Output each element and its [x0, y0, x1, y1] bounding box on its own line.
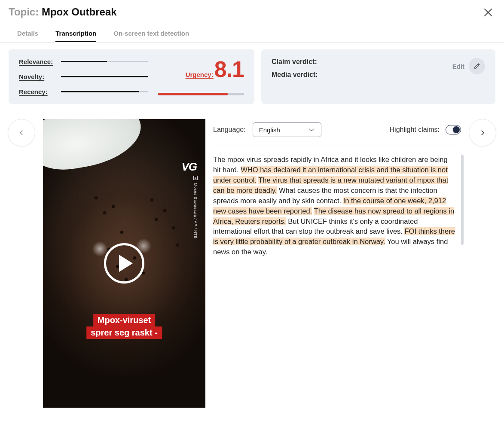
- metrics-panel: Relevance: Novelty: Recency: Urgency: 8.…: [9, 49, 254, 104]
- recency-label: Recency:: [19, 88, 53, 95]
- chevron-right-icon: [479, 129, 486, 137]
- metric-relevance: Relevance:: [19, 58, 148, 65]
- metric-recency: Recency:: [19, 88, 148, 95]
- claim-verdict-label: Claim verdict:: [272, 58, 318, 66]
- chevron-left-icon: [18, 129, 25, 137]
- close-button[interactable]: [481, 5, 495, 21]
- novelty-bar: [61, 76, 148, 77]
- video-caption: Mpox-viruset sprer seg raskt -: [86, 314, 162, 339]
- page-title: Topic: Mpox Outbreak: [9, 6, 117, 18]
- camera-icon: [193, 176, 198, 180]
- tabs: Details Transcription On-screen text det…: [0, 21, 504, 43]
- topic-name: Mpox Outbreak: [42, 6, 117, 18]
- tab-details[interactable]: Details: [17, 30, 38, 42]
- language-select[interactable]: English: [253, 122, 321, 137]
- novelty-label: Novelty:: [19, 73, 53, 80]
- topic-prefix: Topic:: [9, 6, 39, 18]
- next-button[interactable]: [469, 119, 496, 146]
- source-logo: VG: [181, 160, 197, 174]
- recency-bar: [61, 91, 148, 92]
- verdict-panel: Claim verdict: Media verdict: Edit: [261, 49, 495, 104]
- scrollbar[interactable]: [461, 155, 464, 245]
- caption-line-2: sprer seg raskt -: [86, 326, 162, 339]
- photo-credit: Moses Sawasawa / AP / NTB: [193, 176, 198, 238]
- urgency-value: 8.1: [214, 58, 244, 80]
- play-button[interactable]: [104, 243, 144, 284]
- language-value: English: [259, 126, 280, 134]
- urgency-label: Urgency:: [186, 71, 214, 78]
- pencil-icon: [473, 62, 481, 70]
- tab-transcription[interactable]: Transcription: [55, 30, 96, 42]
- edit-label: Edit: [452, 63, 464, 70]
- edit-button[interactable]: [469, 58, 485, 74]
- metric-novelty: Novelty:: [19, 73, 148, 80]
- caption-line-1: Mpox-viruset: [93, 314, 155, 326]
- prev-button[interactable]: [8, 119, 35, 146]
- urgency-bar: [158, 93, 244, 95]
- language-label: Language:: [213, 126, 246, 134]
- photo-credit-text: Moses Sawasawa / AP / NTB: [193, 183, 198, 238]
- transcript-text: The mpox virus spreads rapidly in Africa…: [213, 155, 461, 257]
- highlight-claims-toggle[interactable]: [446, 125, 461, 134]
- close-icon: [483, 7, 494, 18]
- relevance-label: Relevance:: [19, 58, 53, 65]
- highlight-claims-label: Highlight claims:: [390, 126, 440, 134]
- chevron-down-icon: [308, 128, 315, 132]
- tab-osd[interactable]: On-screen text detection: [113, 30, 189, 42]
- relevance-bar: [61, 61, 148, 62]
- video-thumbnail[interactable]: VG Moses Sawasawa / AP / NTB Mpox-viruse…: [43, 119, 205, 408]
- transcript-text-span: [312, 207, 314, 215]
- media-verdict-label: Media verdict:: [272, 71, 318, 79]
